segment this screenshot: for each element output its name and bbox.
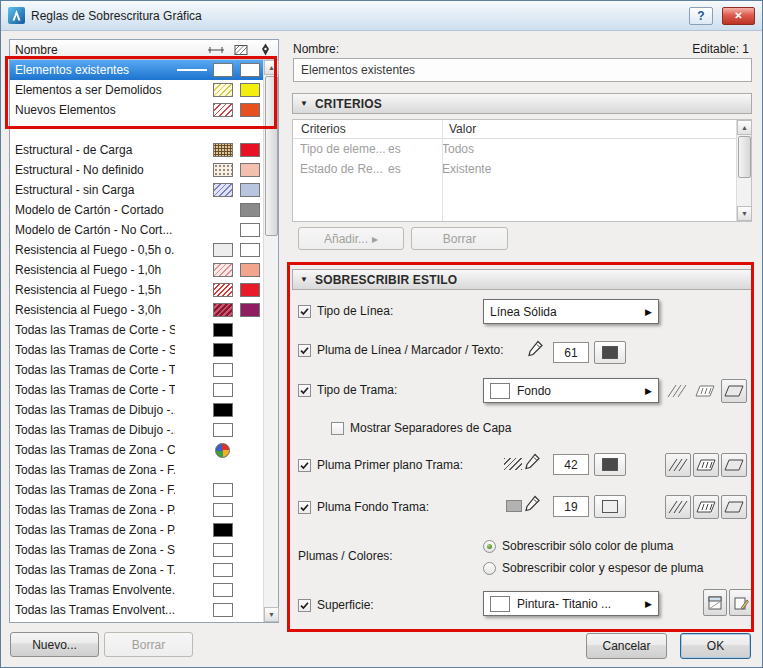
fg-pen-color-button[interactable] — [594, 453, 626, 476]
cancel-button[interactable]: Cancelar — [586, 633, 667, 659]
criteria-row[interactable]: Tipo de eleme... es Todos — [293, 139, 751, 159]
rule-list-item[interactable]: Todas las Tramas de Corte - T... — [10, 380, 278, 400]
pen-color-chip — [602, 346, 618, 359]
bg-pen-color-button[interactable] — [594, 495, 626, 518]
criteria-row[interactable]: Estado de Re... es Existente — [293, 159, 751, 179]
name-label: Nombre: — [293, 42, 339, 56]
rule-list-item[interactable]: Todas las Tramas de Zona - F... — [10, 480, 278, 500]
rule-list-item[interactable]: Todas las Tramas de Corte - T... — [10, 360, 278, 380]
criteria-name: Estado de Re... — [293, 162, 388, 176]
rule-list-item[interactable]: Resistencia al Fuego - 1,5h — [10, 280, 278, 300]
rule-list-rows: Elementos existentes Elementos a ser Dem… — [10, 60, 278, 622]
radio-color-only[interactable] — [483, 540, 496, 553]
ok-button[interactable]: OK — [680, 633, 751, 659]
linetype-column-icon[interactable] — [203, 45, 228, 55]
rule-list-item[interactable]: Estructural - No definido — [10, 160, 278, 180]
color-swatch — [240, 223, 260, 237]
collapse-icon[interactable]: ▼ — [300, 275, 308, 284]
rule-list-item[interactable]: Modelo de Cartón - No Cort... — [10, 220, 278, 240]
radio-color-weight[interactable] — [483, 562, 496, 575]
criteria-scrollbar[interactable]: ▲ ▼ — [736, 120, 751, 221]
column-header-valor[interactable]: Valor — [442, 122, 476, 136]
rule-list-header[interactable]: Nombre — [10, 40, 278, 60]
scroll-down-icon[interactable]: ▼ — [737, 206, 752, 221]
column-header-criterios[interactable]: Criterios — [293, 122, 442, 136]
rule-list-item[interactable]: Modelo de Cartón - Cortado — [10, 200, 278, 220]
line-type-dropdown[interactable]: Línea Sólida ▶ — [483, 299, 659, 324]
bg-drafting-fill-button[interactable] — [665, 495, 691, 519]
rule-list-item[interactable]: Todas las Tramas de Zona - F... — [10, 460, 278, 480]
rule-list-item[interactable]: Todas las Tramas de Zona - P... — [10, 500, 278, 520]
bg-pen-number-input[interactable]: 19 — [553, 496, 589, 517]
fg-drafting-fill-button[interactable] — [665, 453, 691, 477]
rule-list-item[interactable]: Elementos a ser Demolidos — [10, 80, 278, 100]
fill-swatch — [213, 183, 233, 197]
color-swatch — [240, 283, 260, 297]
fill-swatch — [213, 163, 233, 177]
list-scrollbar[interactable]: ▲ ▼ — [263, 60, 278, 622]
fg-pen-checkbox[interactable] — [298, 459, 311, 472]
pen-column-icon[interactable] — [253, 43, 278, 56]
line-pen-number-input[interactable]: 61 — [553, 342, 589, 363]
rule-list-item[interactable]: Todas las Tramas de Dibujo -... — [10, 400, 278, 420]
rule-name: Resistencia al Fuego - 0,5h o... — [15, 243, 175, 257]
rule-list-item[interactable]: Elementos existentes — [10, 60, 278, 80]
rule-list-item[interactable]: Todas las Tramas de Zona - T... — [10, 560, 278, 580]
collapse-icon[interactable]: ▼ — [300, 99, 308, 108]
bg-pen-checkbox[interactable] — [298, 501, 311, 514]
rule-list-item[interactable]: Todas las Tramas Envolvente... — [10, 580, 278, 600]
add-criteria-button[interactable]: Añadir... ▸ — [298, 227, 404, 250]
rule-list-item[interactable]: Estructural - sin Carga — [10, 180, 278, 200]
rule-list-item[interactable]: Todas las Tramas de Corte - S... — [10, 320, 278, 340]
bg-cover-fill-button[interactable] — [693, 495, 719, 519]
surface-checkbox[interactable] — [298, 599, 311, 612]
rule-name-input[interactable] — [293, 58, 752, 82]
scroll-up-icon[interactable]: ▲ — [737, 120, 752, 135]
scroll-up-icon[interactable]: ▲ — [264, 60, 279, 75]
rule-list-item[interactable]: Nuevos Elementos — [10, 100, 278, 120]
rule-list-item[interactable]: Todas las Tramas de Dibujo -... — [10, 420, 278, 440]
rule-list-item[interactable]: Estructural - de Carga — [10, 140, 278, 160]
line-type-checkbox[interactable] — [298, 305, 311, 318]
criteria-section-header[interactable]: ▼ CRITERIOS — [292, 93, 752, 114]
rule-list-item[interactable]: Todas las Tramas Envolvent... — [10, 600, 278, 620]
fill-swatch — [213, 303, 233, 317]
fill-type-checkbox[interactable] — [298, 384, 311, 397]
rule-name: Todas las Tramas de Corte - T... — [15, 363, 175, 377]
surface-material-button[interactable] — [703, 589, 727, 616]
fill-swatch — [213, 383, 233, 397]
cut-fill-button[interactable] — [721, 379, 747, 403]
help-button[interactable]: ? — [689, 7, 713, 25]
delete-criteria-button[interactable]: Borrar — [411, 227, 508, 250]
layer-separators-checkbox[interactable] — [331, 422, 344, 435]
surface-material-pen-button[interactable] — [729, 589, 753, 616]
rule-list-item[interactable]: Todas las Tramas de Zona - S... — [10, 540, 278, 560]
fg-pen-number-input[interactable]: 42 — [553, 454, 589, 475]
close-button[interactable]: ✕ — [722, 7, 755, 25]
rule-list-item[interactable]: Resistencia al Fuego - 3,0h — [10, 300, 278, 320]
fg-cut-fill-button[interactable] — [721, 453, 747, 477]
layer-separators-label: Mostrar Separadores de Capa — [350, 421, 511, 435]
rule-list-item[interactable]: Todas las Tramas de Zona - C... — [10, 440, 278, 460]
line-pen-color-button[interactable] — [594, 341, 626, 364]
override-section-header[interactable]: ▼ SOBRESCRIBIR ESTILO — [292, 269, 752, 290]
scrollbar-thumb[interactable] — [738, 136, 751, 178]
delete-rule-button[interactable]: Borrar — [104, 632, 193, 657]
column-header-nombre[interactable]: Nombre — [15, 43, 203, 57]
fill-type-dropdown[interactable]: Fondo ▶ — [483, 378, 659, 403]
fg-cover-fill-button[interactable] — [693, 453, 719, 477]
rule-name: Todas las Tramas de Zona - P... — [15, 503, 175, 517]
scroll-down-icon[interactable]: ▼ — [264, 607, 279, 622]
line-pen-checkbox[interactable] — [298, 344, 311, 357]
rule-list-item[interactable]: Todas las Tramas de Zona - P... — [10, 520, 278, 540]
bg-cut-fill-button[interactable] — [721, 495, 747, 519]
surface-dropdown[interactable]: Pintura- Titanio ... ▶ — [483, 591, 659, 616]
rule-list-item[interactable]: Resistencia al Fuego - 1,0h — [10, 260, 278, 280]
title-bar[interactable]: Reglas de Sobrescritura Gráfica ? ✕ — [1, 1, 762, 31]
fill-swatch — [213, 283, 233, 297]
new-rule-button[interactable]: Nuevo... — [10, 632, 99, 657]
rule-list-item[interactable]: Resistencia al Fuego - 0,5h o... — [10, 240, 278, 260]
fill-column-icon[interactable] — [228, 44, 253, 56]
rule-list-item[interactable]: Todas las Tramas de Corte - S... — [10, 340, 278, 360]
scrollbar-thumb[interactable] — [265, 76, 278, 236]
